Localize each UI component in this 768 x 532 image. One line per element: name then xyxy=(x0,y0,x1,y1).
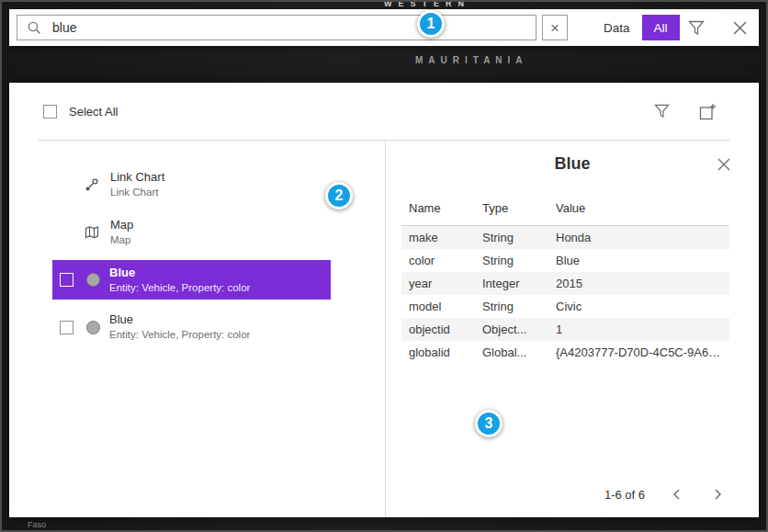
search-toolbar: × Data All xyxy=(9,9,759,46)
list-item-title: Blue xyxy=(109,312,250,328)
cell-value: {A4203777-D70D-4C5C-9A65-C... xyxy=(548,341,729,364)
pagination-range: 1-6 of 6 xyxy=(604,488,645,502)
column-header-name: Name xyxy=(401,196,475,226)
search-box xyxy=(17,15,536,40)
panel-filter-button[interactable] xyxy=(652,102,672,120)
panel-header: Select All xyxy=(9,83,759,140)
previous-page-button[interactable] xyxy=(669,486,685,503)
list-item-subtitle: Entity: Vehicle, Property: color xyxy=(109,328,250,342)
table-row: objectid Object... 1 xyxy=(401,318,729,341)
list-item-subtitle: Entity: Vehicle, Property: color xyxy=(109,281,250,295)
column-header-type: Type xyxy=(475,196,548,226)
cell-name: model xyxy=(401,295,475,318)
map-label-mauritania: MAURITANIA xyxy=(415,55,528,65)
list-item-checkbox[interactable] xyxy=(60,321,73,334)
result-list: Link Chart Link Chart Map Map xyxy=(52,164,331,355)
list-item-title: Map xyxy=(110,218,133,233)
app-screen: WESTERN MAURITANIA Faso × Data All 1 Sel… xyxy=(0,0,768,532)
cell-value: 2015 xyxy=(548,272,729,295)
map-label-faso: Faso xyxy=(28,520,46,529)
column-header-value: Value xyxy=(548,196,729,226)
list-item-texts: Map Map xyxy=(110,218,133,247)
next-page-button[interactable] xyxy=(709,486,726,503)
list-item-link-chart[interactable]: Link Chart Link Chart xyxy=(52,164,331,205)
annotation-badge-3: 3 xyxy=(475,410,503,437)
cell-name: make xyxy=(401,226,475,250)
cell-name: globalid xyxy=(401,341,475,364)
list-item-texts: Blue Entity: Vehicle, Property: color xyxy=(109,266,250,295)
list-item-texts: Blue Entity: Vehicle, Property: color xyxy=(109,312,250,342)
entity-circle-icon xyxy=(86,273,100,287)
list-item-title: Blue xyxy=(109,266,250,281)
scope-all-button[interactable]: All xyxy=(642,15,680,40)
entity-circle-icon xyxy=(86,321,100,334)
scope-data-button[interactable]: Data xyxy=(592,15,642,40)
annotation-badge-2: 2 xyxy=(325,182,353,209)
table-row: model String Civic xyxy=(401,295,729,318)
select-all: Select All xyxy=(43,105,118,119)
cell-value: Honda xyxy=(548,226,729,250)
cell-value: Blue xyxy=(548,249,729,272)
select-all-label: Select All xyxy=(69,105,118,119)
cell-type: Object... xyxy=(475,318,548,341)
clear-search-button[interactable]: × xyxy=(542,15,568,40)
map-icon xyxy=(83,223,101,242)
add-result-button[interactable] xyxy=(697,101,718,122)
cell-name: color xyxy=(401,249,475,272)
table-row: color String Blue xyxy=(401,249,729,272)
cell-type: Global... xyxy=(475,341,548,364)
annotation-badge-1: 1 xyxy=(417,10,445,38)
cell-value: Civic xyxy=(548,295,729,318)
cell-value: 1 xyxy=(548,318,729,341)
detail-panel: Blue Name Type Value xyxy=(386,141,759,517)
attribute-table: Name Type Value make String Honda xyxy=(401,196,729,364)
detail-title: Blue xyxy=(386,154,759,174)
filter-button[interactable] xyxy=(686,18,706,38)
detail-close-button[interactable] xyxy=(715,155,733,174)
list-item-subtitle: Map xyxy=(110,233,133,247)
table-row: make String Honda xyxy=(401,226,729,250)
cell-type: Integer xyxy=(475,272,548,295)
list-item-texts: Link Chart Link Chart xyxy=(110,170,164,199)
list-item-title: Link Chart xyxy=(110,170,164,186)
search-input[interactable] xyxy=(51,19,528,36)
cell-name: objectid xyxy=(401,318,475,341)
select-all-checkbox[interactable] xyxy=(43,105,57,119)
table-row: year Integer 2015 xyxy=(401,272,729,295)
cell-type: String xyxy=(475,295,548,318)
map-label-western: WESTERN xyxy=(384,0,470,8)
pagination: 1-6 of 6 xyxy=(604,486,726,503)
results-panel: Select All Lin xyxy=(9,83,759,517)
scope-toggle: Data All xyxy=(592,15,680,40)
list-item-blue[interactable]: Blue Entity: Vehicle, Property: color xyxy=(52,307,331,347)
list-item-subtitle: Link Chart xyxy=(110,186,164,199)
cell-type: String xyxy=(475,249,548,272)
cell-type: String xyxy=(475,226,548,250)
panel-header-icons xyxy=(652,101,718,122)
table-row: globalid Global... {A4203777-D70D-4C5C-9… xyxy=(401,341,729,364)
close-search-button[interactable] xyxy=(730,18,750,38)
panel-body: Link Chart Link Chart Map Map xyxy=(9,141,759,517)
cell-name: year xyxy=(401,272,475,295)
list-item-blue-selected[interactable]: Blue Entity: Vehicle, Property: color xyxy=(52,260,331,300)
search-icon xyxy=(25,18,43,37)
table-header-row: Name Type Value xyxy=(401,196,729,226)
link-chart-icon xyxy=(83,175,101,194)
list-item-checkbox[interactable] xyxy=(60,273,73,287)
list-item-map[interactable]: Map Map xyxy=(52,212,331,253)
